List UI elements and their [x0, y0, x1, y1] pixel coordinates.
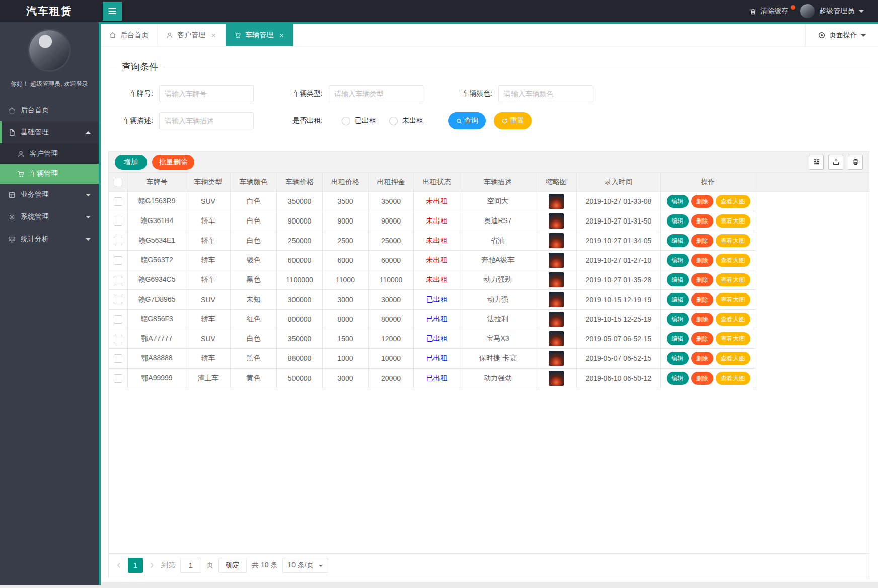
close-icon[interactable] [279, 33, 284, 38]
thumbnail-image[interactable] [549, 253, 564, 268]
reset-button[interactable]: 重置 [494, 112, 532, 129]
column-header[interactable]: 录入时间 [577, 173, 661, 191]
column-header[interactable]: 出租状态 [414, 173, 460, 191]
edit-button[interactable]: 编辑 [667, 214, 689, 228]
thumbnail-image[interactable] [549, 272, 564, 287]
next-page-button[interactable] [148, 561, 156, 569]
clear-cache-button[interactable]: 清除缓存 [749, 7, 788, 16]
thumbnail-image[interactable] [549, 371, 564, 386]
edit-button[interactable]: 编辑 [667, 313, 689, 326]
plate-number-input[interactable] [159, 85, 254, 102]
radio-not-rented[interactable]: 未出租 [389, 116, 423, 125]
field-rent-status: 是否出租: 已出租 未出租 [278, 116, 429, 125]
sidebar-toggle-button[interactable] [103, 2, 122, 21]
sidebar-item-system-management[interactable]: 系统管理 [0, 206, 99, 228]
column-header[interactable]: 车辆价格 [277, 173, 323, 191]
vehicle-color-input[interactable] [498, 85, 593, 102]
thumbnail-image[interactable] [549, 194, 564, 209]
view-image-button[interactable]: 查看大图 [716, 372, 750, 385]
column-header[interactable]: 车辆颜色 [231, 173, 277, 191]
page-number-button[interactable]: 1 [128, 558, 143, 573]
column-header[interactable]: 车牌号 [128, 173, 186, 191]
delete-button[interactable]: 删除 [691, 214, 713, 228]
column-header[interactable]: 出租押金 [369, 173, 414, 191]
row-checkbox[interactable] [114, 276, 122, 284]
edit-button[interactable]: 编辑 [667, 195, 689, 208]
sidebar-item-business-management[interactable]: 业务管理 [0, 184, 99, 206]
view-image-button[interactable]: 查看大图 [716, 273, 750, 286]
edit-button[interactable]: 编辑 [667, 273, 689, 286]
edit-button[interactable]: 编辑 [667, 293, 689, 306]
sidebar-item-basic-management[interactable]: 基础管理 [0, 121, 99, 143]
view-image-button[interactable]: 查看大图 [716, 293, 750, 306]
close-icon[interactable] [211, 33, 216, 38]
view-image-button[interactable]: 查看大图 [716, 214, 750, 228]
column-header[interactable]: 车辆描述 [460, 173, 536, 191]
select-all-checkbox[interactable] [114, 178, 122, 186]
print-button[interactable] [848, 155, 863, 170]
edit-button[interactable]: 编辑 [667, 234, 689, 247]
delete-button[interactable]: 删除 [691, 293, 713, 306]
row-checkbox[interactable] [114, 217, 122, 226]
view-image-button[interactable]: 查看大图 [716, 254, 750, 267]
view-image-button[interactable]: 查看大图 [716, 313, 750, 326]
thumbnail-image[interactable] [549, 331, 564, 346]
column-header[interactable]: 车辆类型 [186, 173, 231, 191]
batch-delete-button[interactable]: 批量删除 [152, 155, 194, 170]
view-image-button[interactable]: 查看大图 [716, 352, 750, 365]
sidebar-item-customer-management[interactable]: 客户管理 [0, 143, 99, 164]
edit-button[interactable]: 编辑 [667, 352, 689, 365]
delete-button[interactable]: 删除 [691, 372, 713, 385]
add-button[interactable]: 增加 [115, 155, 147, 170]
radio-rented[interactable]: 已出租 [342, 116, 376, 125]
prev-page-button[interactable] [115, 561, 123, 569]
view-image-button[interactable]: 查看大图 [716, 234, 750, 247]
sidebar-item-vehicle-management[interactable]: 车辆管理 [0, 164, 99, 184]
column-header[interactable]: 操作 [661, 173, 756, 191]
delete-button[interactable]: 删除 [691, 352, 713, 365]
row-checkbox[interactable] [114, 374, 122, 383]
tab-customer-management[interactable]: 客户管理 [158, 24, 226, 46]
delete-button[interactable]: 删除 [691, 195, 713, 208]
thumbnail-image[interactable] [549, 213, 564, 229]
user-menu[interactable]: 超级管理员 [800, 4, 864, 18]
sidebar-item-dashboard[interactable]: 后台首页 [0, 99, 99, 121]
thumbnail-image[interactable] [549, 351, 564, 366]
column-header[interactable]: 出租价格 [323, 173, 369, 191]
edit-button[interactable]: 编辑 [667, 332, 689, 345]
tab-vehicle-management[interactable]: 车辆管理 [226, 24, 294, 46]
row-checkbox[interactable] [114, 335, 122, 343]
row-checkbox[interactable] [114, 354, 122, 363]
thumbnail-image[interactable] [549, 292, 564, 307]
search-button[interactable]: 查询 [448, 112, 486, 129]
filter-columns-button[interactable] [809, 155, 824, 170]
delete-button[interactable]: 删除 [691, 234, 713, 247]
goto-confirm-button[interactable]: 确定 [218, 558, 247, 573]
edit-button[interactable]: 编辑 [667, 372, 689, 385]
edit-button[interactable]: 编辑 [667, 254, 689, 267]
row-checkbox[interactable] [114, 296, 122, 304]
delete-button[interactable]: 删除 [691, 313, 713, 326]
view-image-button[interactable]: 查看大图 [716, 332, 750, 345]
column-header[interactable]: 缩略图 [536, 173, 577, 191]
thumbnail-image[interactable] [549, 312, 564, 327]
page-actions-dropdown[interactable]: 页面操作 [805, 24, 878, 46]
delete-button[interactable]: 删除 [691, 273, 713, 286]
delete-button[interactable]: 删除 [691, 254, 713, 267]
page-size-select[interactable]: 10 条/页 [282, 558, 328, 573]
row-checkbox[interactable] [114, 237, 122, 245]
row-checkbox[interactable] [114, 256, 122, 265]
search-icon [456, 118, 462, 124]
vehicle-type-input[interactable] [329, 85, 423, 102]
row-checkbox[interactable] [114, 197, 122, 206]
goto-page-input[interactable] [180, 558, 201, 573]
tab-dashboard[interactable]: 后台首页 [101, 24, 158, 46]
cell-status: 已出租 [426, 334, 448, 343]
export-button[interactable] [828, 155, 843, 170]
thumbnail-image[interactable] [549, 233, 564, 248]
vehicle-desc-input[interactable] [159, 112, 254, 129]
sidebar-item-statistics[interactable]: 统计分析 [0, 228, 99, 250]
view-image-button[interactable]: 查看大图 [716, 195, 750, 208]
delete-button[interactable]: 删除 [691, 332, 713, 345]
row-checkbox[interactable] [114, 315, 122, 324]
